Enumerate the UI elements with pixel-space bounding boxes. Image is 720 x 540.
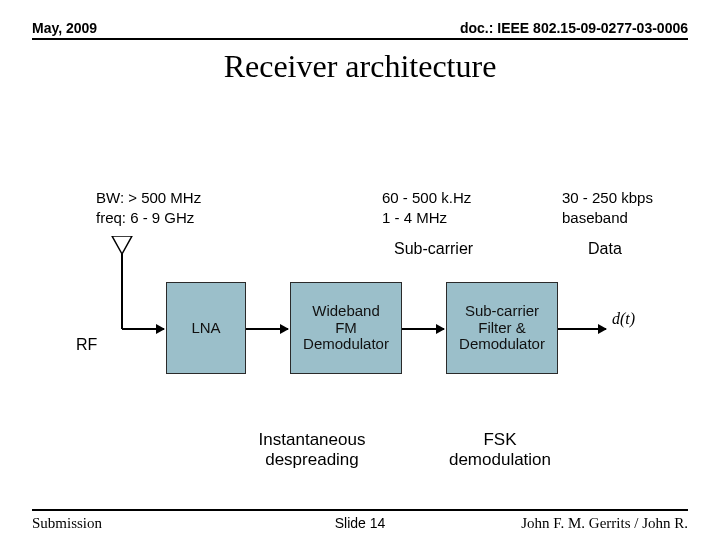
- spec-rf-freq: freq: 6 - 9 GHz: [96, 208, 201, 228]
- label-data: Data: [588, 240, 622, 258]
- arrow-out: [558, 328, 606, 330]
- arrow-b: [402, 328, 444, 330]
- block-wfm: Wideband FM Demodulator: [290, 282, 402, 374]
- svg-marker-1: [112, 236, 132, 254]
- block-diagram: LNA Wideband FM Demodulator Sub-carrier …: [86, 270, 646, 390]
- spec-rf: BW: > 500 MHz freq: 6 - 9 GHz: [96, 188, 201, 229]
- block-scfd: Sub-carrier Filter & Demodulator: [446, 282, 558, 374]
- slide-root: May, 2009 doc.: IEEE 802.15-09-0277-03-0…: [0, 0, 720, 540]
- label-fsk: FSK demodulation: [420, 430, 580, 470]
- spec-inter-line2: 1 - 4 MHz: [382, 208, 471, 228]
- arrow-in: [122, 328, 164, 330]
- block-lna-label: LNA: [191, 320, 220, 337]
- antenna-icon: [110, 236, 134, 286]
- block-lna: LNA: [166, 282, 246, 374]
- arrow-a: [246, 328, 288, 330]
- spec-out-line1: 30 - 250 kbps: [562, 188, 653, 208]
- spec-out: 30 - 250 kbps baseband: [562, 188, 653, 229]
- spec-inter: 60 - 500 k.Hz 1 - 4 MHz: [382, 188, 471, 229]
- spec-out-line2: baseband: [562, 208, 653, 228]
- slide-title: Receiver architecture: [32, 48, 688, 85]
- block-wfm-label: Wideband FM Demodulator: [303, 303, 389, 353]
- label-subcarrier: Sub-carrier: [394, 240, 473, 258]
- antenna-feed: [121, 286, 123, 329]
- label-despreading: Instantaneous despreading: [232, 430, 392, 470]
- slide-footer: Submission Slide 14 John F. M. Gerrits /…: [32, 509, 688, 532]
- block-scfd-label: Sub-carrier Filter & Demodulator: [459, 303, 545, 353]
- spec-inter-line1: 60 - 500 k.Hz: [382, 188, 471, 208]
- output-symbol: d(t): [612, 310, 635, 328]
- footer-center: Slide 14: [32, 515, 688, 531]
- header-doc-ref: doc.: IEEE 802.15-09-0277-03-0006: [460, 20, 688, 36]
- slide-header: May, 2009 doc.: IEEE 802.15-09-0277-03-0…: [32, 20, 688, 40]
- header-date: May, 2009: [32, 20, 97, 36]
- spec-rf-bw: BW: > 500 MHz: [96, 188, 201, 208]
